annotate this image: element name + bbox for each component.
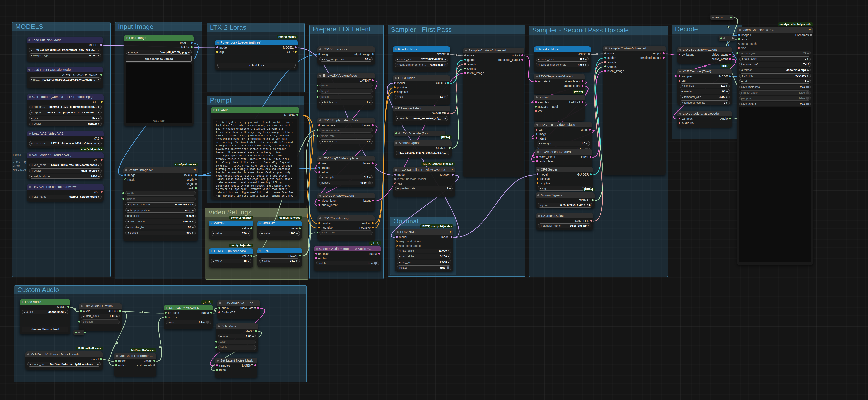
input-slot-dot[interactable]: [315, 257, 317, 259]
input-slot-dot[interactable]: [218, 311, 220, 313]
input-slot-dot[interactable]: [124, 174, 126, 176]
combo-left-arrow[interactable]: ◀: [83, 315, 84, 317]
sampler-custom-advanced-1-node[interactable]: SamplerCustomAdvancednoiseoutputguiderde…: [463, 48, 524, 177]
input-slot[interactable]: vae: [535, 128, 544, 131]
output-slot[interactable]: MASK: [245, 330, 257, 333]
output-slot-dot[interactable]: [451, 236, 453, 238]
output-slot[interactable]: IMAGE: [718, 75, 731, 78]
input-slot-dot[interactable]: [318, 200, 320, 201]
combo-right-arrow[interactable]: ▶: [98, 117, 100, 119]
ltxv-audio-vae-encode-node-header[interactable]: LTXV Audio VAE Encode: [217, 300, 260, 306]
output-slot[interactable]: denoised_output: [640, 56, 664, 59]
combo-left-arrow[interactable]: ◀: [127, 221, 129, 223]
input-slot-dot[interactable]: [535, 80, 537, 82]
widget-start-index[interactable]: ◀start_index0.00▶: [81, 314, 120, 319]
group-title-bar[interactable]: MODELS: [12, 22, 110, 31]
collapsed-output-dot[interactable]: [84, 332, 86, 333]
output-slot[interactable]: Audio Latent: [239, 306, 259, 310]
toggle-knob[interactable]: [806, 86, 809, 89]
ksampler-select-1-node[interactable]: KSamplerSelectSAMPLER◀sample ...euler_an…: [393, 106, 450, 125]
use-only-vocals-node[interactable]: [BETA]USE ONLY VOCALSon_falseoutputon_tr…: [164, 305, 213, 329]
input-slot-dot[interactable]: [535, 137, 537, 139]
resize-image-v2-node[interactable]: comfyui-kjnodesResize Image v2?imageIMAG…: [123, 167, 198, 241]
converted-input-dot[interactable]: [122, 192, 124, 194]
input-slot-dot[interactable]: [394, 182, 396, 184]
input-slot-dot[interactable]: [165, 312, 167, 313]
input-slot-dot[interactable]: [115, 360, 117, 362]
combo-right-arrow[interactable]: ▶: [445, 64, 446, 66]
output-slot-dot[interactable]: [100, 358, 102, 360]
output-slot-dot[interactable]: [378, 253, 380, 255]
output-slot-dot[interactable]: [729, 118, 731, 120]
output-slot[interactable]: VAE: [94, 158, 102, 162]
ltxv-img-to-video-inplace-1-node[interactable]: LTXVImgToVideoInplacevaelatentimagelaten…: [317, 156, 375, 188]
width-node[interactable]: comfyui-kjnodesWIDTHvalue◀value736▶: [209, 221, 253, 239]
output-slot[interactable]: SIGMAS: [436, 146, 451, 149]
input-slot-dot[interactable]: [318, 162, 320, 164]
input-slot-dot[interactable]: [679, 75, 680, 77]
output-slot-dot[interactable]: [372, 227, 374, 229]
input-slot-dot[interactable]: [464, 63, 466, 65]
widget-strength[interactable]: ◀strength1.0▶: [536, 141, 590, 146]
random-noise-2-node-header[interactable]: RandomNoise: [534, 46, 591, 52]
ltxv-separate-av-latent-2-node-header[interactable]: LTXVSeparateAVLatent: [534, 74, 585, 79]
vaeloader-kj-node[interactable]: comfyui-kjnodesVAELoader KJ (audio VAE)V…: [27, 152, 104, 179]
melband-roformer-model-loader-node[interactable]: MelBandRoFormerMel-Band RoFormer Model L…: [25, 352, 103, 370]
button-add-lora[interactable]: +Add Lora: [217, 63, 296, 68]
random-noise-1-node-header[interactable]: RandomNoise: [393, 46, 450, 52]
ltxv-img-to-video-inplace-1-node-header[interactable]: LTXVImgToVideoInplace: [317, 156, 375, 161]
converted-input-dot[interactable]: [736, 52, 738, 54]
output-slot-dot[interactable]: [590, 156, 591, 158]
input-slot[interactable]: nag_cond_audio: [396, 244, 421, 247]
widget-ltx-2-3-22b-distilled-transformer-only-fp8-scal[interactable]: ◀ltx-2.3-22b-distilled_transformer_only_…: [29, 48, 101, 52]
load-image-node[interactable]: Load ImageIMAGEMASK◀imageComfyUI_00149_.…: [124, 35, 194, 126]
output-slot[interactable]: value: [291, 227, 301, 230]
input-slot-dot[interactable]: [396, 236, 398, 238]
group-title-bar[interactable]: Prompt: [207, 96, 304, 105]
input-slot-dot[interactable]: [738, 34, 740, 36]
ltxv-audio-vae-decode-node-header[interactable]: LTXV Audio VAE Decode: [678, 111, 732, 116]
input-slot[interactable]: positive: [394, 86, 407, 89]
output-slot[interactable]: latent: [364, 199, 374, 202]
output-slot-dot[interactable]: [582, 80, 584, 82]
output-slot-dot[interactable]: [521, 55, 523, 56]
input-slot-dot[interactable]: [738, 38, 740, 40]
ltxv-audio-vae-decode-node[interactable]: LTXV Audio VAE DecodesamplesAudioAudio V…: [678, 111, 732, 128]
combo-left-arrow[interactable]: ◀: [397, 96, 398, 98]
vae-decode-tiled-node[interactable]: [BETA]VAE Decode (Tiled)samplesIMAGEvae◀…: [678, 69, 732, 105]
input-slot-dot[interactable]: [679, 118, 680, 120]
group-title-bar[interactable]: LTX-2 Loras: [207, 23, 304, 32]
output-slot[interactable]: LATENT: [360, 79, 374, 82]
ltxv-concat-av-latent-2-node-header[interactable]: LTXVConcatAVLatent: [535, 149, 592, 155]
combo-left-arrow[interactable]: ◀: [127, 209, 129, 211]
ltxv-concat-av-latent-1-node-header[interactable]: LTXVConcatAVLatent: [317, 193, 375, 198]
ltxv-separate-av-latent-3-node-header[interactable]: LTXVSeparateAVLatent: [678, 47, 732, 52]
converted-input-dot[interactable]: [316, 135, 318, 137]
input-slot[interactable]: audio: [218, 306, 228, 310]
widget-mo[interactable]: ◀mo ...ltx-2.3-spatial-upscaler-x2-1.0.s…: [29, 77, 101, 82]
output-slot[interactable]: negative: [360, 226, 374, 229]
output-slot[interactable]: positive: [361, 222, 374, 225]
ksampler-select-2-node[interactable]: KSamplerSelectSAMPLER◀sampler_nameeuler_…: [536, 213, 593, 230]
set-latent-noise-mask-node[interactable]: Set Latent Noise MasksamplesLATENTmask: [215, 358, 257, 378]
widget-pad-color[interactable]: pad_color0, 0, 0: [125, 213, 196, 218]
output-slot-dot[interactable]: [372, 162, 374, 164]
widget-vae-name[interactable]: ◀vae_nameLTX23_audio_vae_bf16.safetensor…: [29, 163, 101, 167]
combo-right-arrow[interactable]: ▶: [369, 176, 371, 178]
widget-height[interactable]: height: [125, 197, 196, 201]
combo-left-arrow[interactable]: ◀: [741, 80, 743, 82]
widget-clip-na[interactable]: ◀clip_na ...ltx-2.3_text_projection_bf16…: [29, 110, 101, 115]
input-slot[interactable]: audio_vae: [318, 124, 335, 127]
input-slot[interactable]: vae: [738, 46, 746, 50]
load-latent-upscale-model-node[interactable]: Load Latent Upscale ModelLATENT_UPSCALE_…: [27, 67, 103, 88]
combo-right-arrow[interactable]: ▶: [448, 261, 450, 263]
toggle-knob[interactable]: [374, 262, 377, 265]
widget-pingpong[interactable]: pingpongfalse: [739, 96, 811, 101]
output-slot[interactable]: NOISE: [437, 53, 449, 56]
output-slot[interactable]: denoised_output: [498, 58, 523, 62]
output-slot[interactable]: Filenames: [795, 33, 812, 37]
widget-batch-size[interactable]: ◀batch_size1▶: [319, 139, 373, 144]
manual-sigmas-2-node[interactable]: [BETA]ManualSigmasSIGMASsigmas0.85, 0.72…: [535, 193, 595, 208]
input-slot-dot[interactable]: [318, 124, 320, 126]
combo-right-arrow[interactable]: ▶: [588, 225, 589, 227]
